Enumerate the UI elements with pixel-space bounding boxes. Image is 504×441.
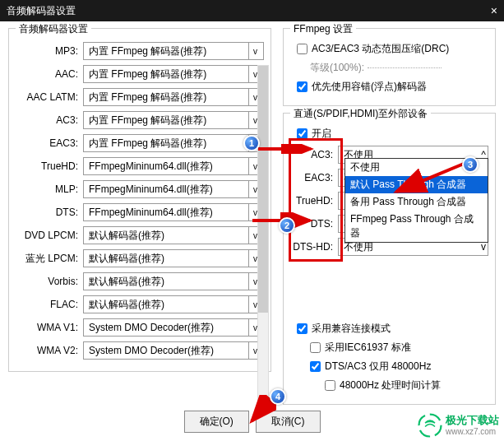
decoder-label: DTS: xyxy=(16,207,83,218)
enable-checkbox[interactable] xyxy=(297,128,307,139)
passthrough-group: 直通(S/PDIF,HDMI)至外部设备 开启 AC3:不使用^EAC3:不使用… xyxy=(283,113,496,405)
decoder-label: Vorbis: xyxy=(16,276,83,287)
select-value: FFmpegMininum64.dll(推荐) xyxy=(89,183,213,197)
decoder-select[interactable]: 内置 FFmpeg 解码器(推荐)v xyxy=(83,88,264,106)
decoder-row: EAC3:内置 FFmpeg 解码器(推荐)v xyxy=(16,134,264,152)
select-value: 默认解码器(推荐) xyxy=(89,298,164,312)
drc-level: 等级(100%): xyxy=(310,61,488,75)
scrollbar-thumb[interactable] xyxy=(258,66,268,313)
pt-label: AC3: xyxy=(290,149,338,160)
select-value: 内置 FFmpeg 解码器(推荐) xyxy=(89,44,206,58)
chevron-icon[interactable]: v xyxy=(481,241,486,253)
decoder-label: AC3: xyxy=(16,114,83,126)
decoder-select[interactable]: 内置 FFmpeg 解码器(推荐)v xyxy=(83,42,264,60)
decoder-select[interactable]: FFmpegMininum64.dll(推荐)v xyxy=(83,203,264,221)
dropdown-option[interactable]: 备用 Pass Through 合成器 xyxy=(345,193,488,211)
decoder-select[interactable]: 内置 FFmpeg 解码器(推荐)v xyxy=(83,134,264,152)
decoder-label: TrueHD: xyxy=(16,160,83,172)
select-value: 默认解码器(推荐) xyxy=(89,252,164,266)
pt-label: TrueHD: xyxy=(290,195,338,207)
annotation-badge-3: 3 xyxy=(462,156,479,173)
decoder-select[interactable]: FFmpegMininum64.dll(推荐)v xyxy=(83,157,264,175)
group-title: 直通(S/PDIF,HDMI)至外部设备 xyxy=(290,107,431,121)
decoder-row: MLP:FFmpegMininum64.dll(推荐)v xyxy=(16,180,264,198)
decoder-select[interactable]: System DMO Decoder(推荐)v xyxy=(83,341,264,360)
decoder-label: AAC: xyxy=(16,68,83,80)
decoder-row: 蓝光 LPCM:默认解码器(推荐)v xyxy=(16,249,264,267)
pt-label: DTS-HD: xyxy=(290,241,338,253)
decoder-row: Vorbis:默认解码器(推荐)v xyxy=(16,272,264,290)
select-value: FFmpegMininum64.dll(推荐) xyxy=(89,160,213,174)
drc-label: AC3/EAC3 动态范围压缩(DRC) xyxy=(312,42,449,56)
select-value: 内置 FFmpeg 解码器(推荐) xyxy=(89,91,206,104)
titlebar: 音频解码器设置 × xyxy=(0,0,504,21)
decoder-row: MP3:内置 FFmpeg 解码器(推荐)v xyxy=(16,42,264,60)
decoder-select[interactable]: 默认解码器(推荐)v xyxy=(83,272,264,290)
decoder-select[interactable]: 默认解码器(推荐)v xyxy=(83,249,264,267)
dropdown-option[interactable]: FFmpeg Pass Through 合成器 xyxy=(345,211,488,242)
decoder-label: EAC3: xyxy=(16,137,83,149)
decoder-label: MP3: xyxy=(16,45,83,57)
float-label: 优先使用容错(浮点)解码器 xyxy=(312,80,427,94)
window-title: 音频解码器设置 xyxy=(7,4,76,18)
annotation-badge-2: 2 xyxy=(279,217,295,234)
decoder-label: WMA V2: xyxy=(16,345,83,356)
select-value: 内置 FFmpeg 解码器(推荐) xyxy=(89,67,206,81)
select-value: System DMO Decoder(推荐) xyxy=(89,344,214,358)
decoder-row: AAC LATM:内置 FFmpeg 解码器(推荐)v xyxy=(16,88,264,106)
enable-label: 开启 xyxy=(312,127,331,141)
logo-text: 极光下载站 xyxy=(446,415,499,426)
decoder-select[interactable]: FFmpegMininum64.dll(推荐)v xyxy=(83,180,264,198)
decoder-select[interactable]: 默认解码器(推荐)v xyxy=(83,226,264,244)
ok-button[interactable]: 确定(O) xyxy=(184,411,249,433)
decoder-label: 蓝光 LPCM: xyxy=(16,252,83,266)
decoder-row: AAC:内置 FFmpeg 解码器(推荐)v xyxy=(16,65,264,83)
decoder-row: WMA V1:System DMO Decoder(推荐)v xyxy=(16,318,264,337)
decoder-select[interactable]: 内置 FFmpeg 解码器(推荐)v xyxy=(83,65,264,83)
decoder-select[interactable]: 内置 FFmpeg 解码器(推荐)v xyxy=(83,111,264,129)
ffmpeg-group: FFmpeg 设置 AC3/EAC3 动态范围压缩(DRC) 等级(100%):… xyxy=(283,28,496,106)
decoder-row: DVD LPCM:默认解码器(推荐)v xyxy=(16,226,264,244)
decoder-row: WMA V2:System DMO Decoder(推荐)v xyxy=(16,341,264,360)
watermark-logo: 极光下载站www.xz7.com xyxy=(418,413,499,438)
pt-label: EAC3: xyxy=(290,172,338,183)
timing-checkbox[interactable] xyxy=(325,380,335,391)
select-value: 默认解码器(推荐) xyxy=(89,275,164,289)
content: 音频解码器设置 MP3:内置 FFmpeg 解码器(推荐)vAAC:内置 FFm… xyxy=(0,21,504,441)
pt-label: DTS: xyxy=(290,218,338,230)
decoder-row: TrueHD:FFmpegMininum64.dll(推荐)v xyxy=(16,157,264,175)
iec-checkbox[interactable] xyxy=(310,342,321,353)
drc-checkbox[interactable] xyxy=(297,44,307,54)
audio-decoder-group: 音频解码器设置 MP3:内置 FFmpeg 解码器(推荐)vAAC:内置 FFm… xyxy=(8,28,271,372)
dropdown-option-selected[interactable]: 默认 Pass Through 合成器 xyxy=(345,176,488,193)
chevron-down-icon[interactable]: v xyxy=(248,43,261,59)
decoder-label: WMA V1: xyxy=(16,322,83,333)
svg-point-4 xyxy=(419,415,442,437)
decoder-label: DVD LPCM: xyxy=(16,230,83,241)
dts-ac3-checkbox[interactable] xyxy=(310,361,321,372)
logo-url: www.xz7.com xyxy=(446,427,499,436)
logo-icon xyxy=(418,413,442,438)
float-checkbox[interactable] xyxy=(297,81,307,92)
decoder-select[interactable]: 默认解码器(推荐)v xyxy=(83,295,264,313)
annotation-badge-4: 4 xyxy=(270,388,286,405)
select-value: FFmpegMininum64.dll(推荐) xyxy=(89,206,213,220)
group-title: 音频解码器设置 xyxy=(16,22,91,36)
select-value: 内置 FFmpeg 解码器(推荐) xyxy=(89,114,206,128)
select-value: System DMO Decoder(推荐) xyxy=(89,321,214,335)
close-icon[interactable]: × xyxy=(491,4,497,17)
annotation-badge-1: 1 xyxy=(243,135,260,151)
scrollbar[interactable] xyxy=(257,65,269,411)
select-value: 内置 FFmpeg 解码器(推荐) xyxy=(89,137,206,151)
decoder-label: AAC LATM: xyxy=(16,91,83,103)
decoder-row: FLAC:默认解码器(推荐)v xyxy=(16,295,264,313)
decoder-select[interactable]: System DMO Decoder(推荐)v xyxy=(83,318,264,337)
compat-checkbox[interactable] xyxy=(297,323,307,334)
cancel-button[interactable]: 取消(C) xyxy=(256,411,321,433)
group-title: FFmpeg 设置 xyxy=(290,22,356,36)
decoder-row: AC3:内置 FFmpeg 解码器(推荐)v xyxy=(16,111,264,129)
decoder-label: FLAC: xyxy=(16,299,83,310)
select-value: 默认解码器(推荐) xyxy=(89,229,164,243)
decoder-label: MLP: xyxy=(16,183,83,195)
decoder-row: DTS:FFmpegMininum64.dll(推荐)v xyxy=(16,203,264,221)
